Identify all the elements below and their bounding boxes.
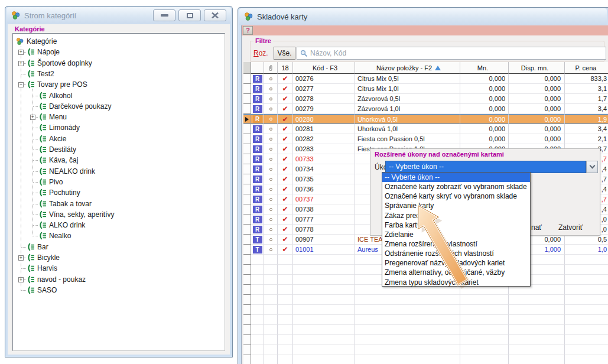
row-selector[interactable] <box>243 144 251 154</box>
tree-item-tovary-pre-pos[interactable]: Tovary pre POS <box>26 79 87 90</box>
marked-checkmark-icon[interactable]: ✔ <box>278 204 293 214</box>
table-row-00276[interactable]: R✔00276Citrus Mix 0,5l0,0000,000833,3 <box>243 74 608 84</box>
header-code[interactable]: Kód - F3 <box>293 62 355 74</box>
header-marked-count[interactable]: 18 <box>278 62 293 74</box>
action-combobox[interactable]: -- Vyberte úkon -- <box>385 161 586 173</box>
close-dialog-button[interactable]: Zatvoriť <box>558 223 583 232</box>
marked-checkmark-icon[interactable]: ✔ <box>278 74 293 84</box>
row-selector[interactable] <box>243 134 251 144</box>
row-selector[interactable] <box>243 84 251 94</box>
combobox-dropdown-button[interactable] <box>586 161 598 173</box>
tree-item-n-poje[interactable]: Nápoje <box>26 47 60 57</box>
row-selector[interactable] <box>243 164 251 174</box>
empty-cell <box>355 345 460 355</box>
tree-item-pochutiny[interactable]: Pochutiny <box>38 187 80 198</box>
dropdown-option-2[interactable]: Označené karty skryť vo vybranom sklade <box>382 191 530 201</box>
marked-checkmark-icon[interactable]: ✔ <box>278 174 293 184</box>
marked-checkmark-icon[interactable]: ✔ <box>278 134 293 144</box>
marked-checkmark-icon[interactable]: ✔ <box>278 84 293 94</box>
tree-item-harvis[interactable]: Harvis <box>26 263 57 274</box>
tree-item-alko-drink[interactable]: ALKO drink <box>38 220 85 230</box>
tree-item-test2[interactable]: Test2 <box>26 69 54 79</box>
search-input[interactable] <box>310 49 606 57</box>
row-selector[interactable] <box>243 124 251 134</box>
tree-item-limon-dy[interactable]: Limonády <box>38 122 80 133</box>
row-selector[interactable] <box>243 174 251 184</box>
row-selector[interactable] <box>243 225 251 235</box>
tree-item-nealko-drink[interactable]: NEALKO drink <box>38 166 95 177</box>
tree-item-k-va-aj[interactable]: Káva, čaj <box>38 155 78 165</box>
left-titlebar[interactable]: Strom kategórií <box>6 7 231 24</box>
tree-item-saso[interactable]: SASO <box>26 285 57 295</box>
marked-checkmark-icon[interactable]: ✔ <box>278 144 293 154</box>
tree-item-dar-ekov-poukazy[interactable]: Darčekové poukazy <box>38 101 111 112</box>
run-button[interactable]: nať <box>531 223 542 232</box>
all-filter-button[interactable]: Vše. <box>274 47 295 60</box>
tree-item--portov-doplnky[interactable]: Športové doplnky <box>26 58 92 69</box>
tree-expand-icon[interactable]: + <box>18 61 24 66</box>
row-selector[interactable] <box>243 94 251 104</box>
marked-checkmark-icon[interactable]: ✔ <box>278 114 293 124</box>
dropdown-option-0[interactable]: -- Vyberte úkon -- <box>382 173 530 182</box>
marked-checkmark-icon[interactable]: ✔ <box>278 245 293 255</box>
row-selector[interactable] <box>243 114 251 124</box>
table-row-00281[interactable]: R✔00281Uhorková 1,0l0,0000,0003,4 <box>243 124 608 134</box>
marked-checkmark-icon[interactable]: ✔ <box>278 124 293 134</box>
row-selector[interactable] <box>243 104 251 114</box>
tree-expand-icon[interactable]: + <box>30 115 35 120</box>
tree-expand-icon[interactable]: + <box>18 255 24 261</box>
table-row-00280[interactable]: R✔00280Uhorková 0,5l0,0000,0001,9 <box>243 114 608 124</box>
tree-item-akcie[interactable]: Akcie <box>38 134 66 144</box>
marked-checkmark-icon[interactable]: ✔ <box>278 184 293 194</box>
row-selector[interactable] <box>243 154 251 164</box>
tree-item-alkohol[interactable]: Alkohol <box>38 90 72 101</box>
tree-expand-icon[interactable]: + <box>18 50 24 55</box>
row-selector[interactable] <box>243 235 251 245</box>
header-type[interactable] <box>251 62 264 74</box>
row-selector[interactable] <box>243 194 251 204</box>
header-name[interactable]: Názov položky - F2 <box>355 62 460 74</box>
marked-checkmark-icon[interactable]: ✔ <box>278 225 293 235</box>
table-row-00278[interactable]: R✔00278Zázvorová 0,5l0,0000,0001,7 <box>243 94 608 104</box>
marked-checkmark-icon[interactable]: ✔ <box>278 164 293 174</box>
header-attachment[interactable] <box>264 62 278 74</box>
marked-checkmark-icon[interactable]: ✔ <box>278 94 293 104</box>
search-field[interactable] <box>297 47 606 60</box>
header-disp-qty[interactable]: Disp. mn. <box>509 62 565 74</box>
header-price[interactable]: P. cena <box>565 62 608 74</box>
table-row-00282[interactable]: R✔00282Fiesta con Passion 0,5l0,0000,000… <box>243 134 608 144</box>
advanced-filter-link[interactable]: Roz. <box>253 49 268 57</box>
tree-item-pivo[interactable]: Pivo <box>38 177 63 187</box>
marked-checkmark-icon[interactable]: ✔ <box>278 104 293 114</box>
tree-item-tabak-a-tovar[interactable]: Tabak a tovar <box>38 199 92 209</box>
row-selector[interactable] <box>243 74 251 84</box>
right-titlebar[interactable]: Skladové karty <box>239 8 607 25</box>
row-selector[interactable] <box>243 214 251 225</box>
tree-expand-icon[interactable]: + <box>18 277 24 282</box>
tree-item-destil-ty[interactable]: Destiláty <box>38 144 76 155</box>
marked-checkmark-icon[interactable]: ✔ <box>278 154 293 164</box>
table-row-00279[interactable]: R✔00279Zázvorová 1,0l0,0000,0003,4 <box>243 104 608 114</box>
row-selector[interactable] <box>243 204 251 214</box>
help-button[interactable]: ? <box>243 26 253 35</box>
marked-checkmark-icon[interactable]: ✔ <box>278 235 293 245</box>
tree-item-navod-poukaz[interactable]: navod - poukaz <box>26 274 86 285</box>
tree-item-nealko[interactable]: Nealko <box>38 230 71 241</box>
maximize-button[interactable] <box>178 9 201 21</box>
marked-checkmark-icon[interactable]: ✔ <box>278 214 293 225</box>
marked-checkmark-icon[interactable]: ✔ <box>278 194 293 204</box>
header-qty[interactable]: Mn. <box>460 62 509 74</box>
category-tree[interactable]: Kategórie+Nápoje+Športové doplnkyTest2−T… <box>12 33 225 351</box>
minimize-button[interactable] <box>153 9 175 21</box>
row-selector[interactable] <box>243 245 251 255</box>
row-selector[interactable] <box>243 184 251 194</box>
tree-item-menu[interactable]: Menu <box>38 112 67 122</box>
close-button[interactable] <box>204 9 226 21</box>
table-row-00277[interactable]: R✔00277Citrus Mix 1,0l0,0000,0003,1 <box>243 84 608 94</box>
tree-item-kateg-rie[interactable]: Kategórie <box>15 36 57 47</box>
tree-item-bar[interactable]: Bar <box>26 242 48 252</box>
tree-item-v-na-sekty-aperit-vy[interactable]: Vína, sekty, aperitívy <box>38 209 115 220</box>
tree-item-bicykle[interactable]: Bicykle <box>26 252 60 263</box>
tree-collapse-icon[interactable]: − <box>18 82 24 87</box>
dropdown-option-1[interactable]: Označené karty zobraziť vo vybranom skla… <box>382 182 530 191</box>
